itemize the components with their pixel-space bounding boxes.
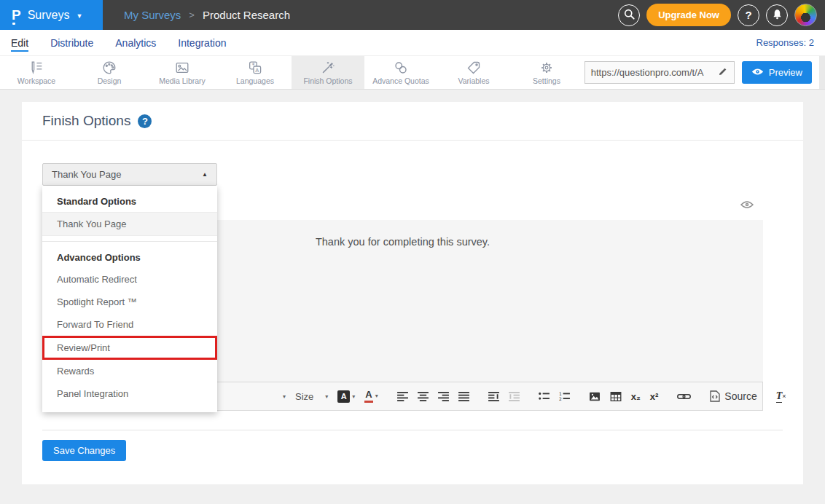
menu-item-automatic-redirect[interactable]: Automatic Redirect [42,268,217,291]
finish-option-dropdown[interactable]: Thank You Page ▲ [42,163,217,186]
tab-edit[interactable]: Edit [11,34,28,52]
card-body: Thank You Page ▲ Standard Options Thank … [22,141,803,461]
search-button[interactable] [618,4,640,26]
background-color-button[interactable]: A ▾ [337,390,355,403]
edit-ribbon: Workspace Design Media Library *A Langua… [0,56,825,90]
subscript-button[interactable]: x₂ [631,391,641,402]
image-library-icon [174,60,190,76]
ribbon-label: Design [98,76,122,85]
app-root: P Surveys ▼ My Surveys > Product Researc… [0,0,825,484]
align-right-button[interactable] [438,392,449,401]
breadcrumb: My Surveys > Product Research [124,9,290,21]
superscript-button[interactable]: x² [650,391,659,402]
bullet-list-button[interactable] [539,392,550,401]
menu-item-rewards[interactable]: Rewards [42,360,217,382]
menu-item-forward-to-friend[interactable]: Forward To Friend [42,313,217,336]
ribbon-label: Advance Quotas [372,76,429,85]
preview-button[interactable]: Preview [742,61,812,84]
text-color-icon: A [364,390,372,402]
ribbon-label: Languages [236,76,274,85]
thank-you-text: Thank you for completing this survey. [316,236,490,248]
outdent-button[interactable] [509,392,520,401]
edit-pencil-icon[interactable] [718,66,728,79]
ribbon-item-variables[interactable]: Variables [437,56,510,89]
question-mark-icon: ? [745,9,751,21]
product-switcher[interactable]: P Surveys ▼ [0,0,103,30]
survey-url-value: https://questionpro.com/t/A [591,67,718,78]
page-content: Finish Options ? Thank You Page ▲ Standa… [0,90,825,484]
tag-icon [466,60,482,76]
ribbon-label: Workspace [17,76,55,85]
ribbon-item-design[interactable]: Design [73,56,146,89]
tab-distribute[interactable]: Distribute [50,34,93,52]
background-color-icon: A [337,390,350,403]
magic-wand-icon [320,60,336,76]
breadcrumb-separator: > [189,9,195,20]
size-dropdown-caret[interactable]: ▾ [323,393,328,400]
remove-format-button[interactable]: T× [776,390,786,403]
section-tabs: Edit Distribute Analytics Integration Re… [0,30,825,56]
menu-gap [42,236,217,241]
align-justify-button[interactable] [458,392,469,401]
user-avatar[interactable] [794,4,817,26]
ribbon-item-languages[interactable]: *A Languages [219,56,292,89]
translate-icon: *A [247,60,263,76]
workspace-icon [28,60,44,76]
size-dropdown[interactable]: Size [295,391,313,402]
chevron-down-icon: ▼ [76,12,82,20]
top-bar: P Surveys ▼ My Surveys > Product Researc… [0,0,825,30]
chevron-up-icon: ▲ [202,171,208,178]
chain-links-icon [393,60,409,76]
ribbon-label: Finish Options [303,76,352,85]
tab-analytics[interactable]: Analytics [115,34,156,52]
menu-item-thank-you-page[interactable]: Thank You Page [42,212,217,236]
questionpro-logo-icon: P [12,8,21,22]
upgrade-now-button[interactable]: Upgrade Now [646,4,731,26]
survey-url-field[interactable]: https://questionpro.com/t/A [584,61,735,84]
ribbon-item-settings[interactable]: Settings [510,56,583,89]
ribbon-label: Media Library [159,76,206,85]
help-circle-icon[interactable]: ? [138,114,152,128]
palette-icon [101,60,117,76]
ribbon-item-media-library[interactable]: Media Library [146,56,219,89]
numbered-list-button[interactable]: 12 [559,392,570,401]
menu-item-spotlight-report[interactable]: Spotlight Report ™ [42,291,217,313]
align-left-button[interactable] [397,392,408,401]
menu-section-standard-options: Standard Options [42,186,217,212]
save-changes-button[interactable]: Save Changes [42,440,126,461]
font-dropdown-caret[interactable]: ▾ [281,393,286,400]
breadcrumb-my-surveys[interactable]: My Surveys [124,9,181,21]
indent-button[interactable] [488,392,499,401]
svg-text:2: 2 [559,396,562,401]
help-button[interactable]: ? [738,4,759,26]
tab-integration[interactable]: Integration [178,34,226,52]
bell-icon [771,8,783,23]
dropdown-selected-value: Thank You Page [52,169,121,180]
menu-item-panel-integration[interactable]: Panel Integration [42,382,217,405]
ribbon-item-advance-quotas[interactable]: Advance Quotas [364,56,437,89]
ribbon-item-workspace[interactable]: Workspace [0,56,73,89]
responses-count[interactable]: Responses: 2 [756,37,815,48]
ribbon-item-finish-options[interactable]: Finish Options [292,56,364,89]
insert-link-button[interactable] [677,393,691,401]
card-header: Finish Options ? [22,102,803,141]
menu-item-review-print[interactable]: Review/Print [42,336,217,360]
preview-eye-icon[interactable] [740,199,754,212]
finish-option-menu: Standard Options Thank You Page Advanced… [42,186,217,412]
preview-label: Preview [769,67,802,78]
product-name: Surveys [28,9,70,22]
insert-table-button[interactable] [610,392,622,401]
ribbon-label: Settings [533,76,560,85]
save-divider [42,430,783,430]
breadcrumb-current: Product Research [203,9,290,21]
align-center-button[interactable] [418,392,429,401]
page-title: Finish Options [42,113,130,129]
svg-text:1: 1 [559,392,562,396]
svg-text:A: A [255,67,259,74]
notifications-button[interactable] [766,4,788,26]
finish-options-card: Finish Options ? Thank You Page ▲ Standa… [22,102,803,484]
text-color-button[interactable]: A ▾ [364,390,378,402]
eye-icon [751,67,764,78]
insert-image-button[interactable] [589,392,601,401]
source-button[interactable]: Source [710,390,756,402]
